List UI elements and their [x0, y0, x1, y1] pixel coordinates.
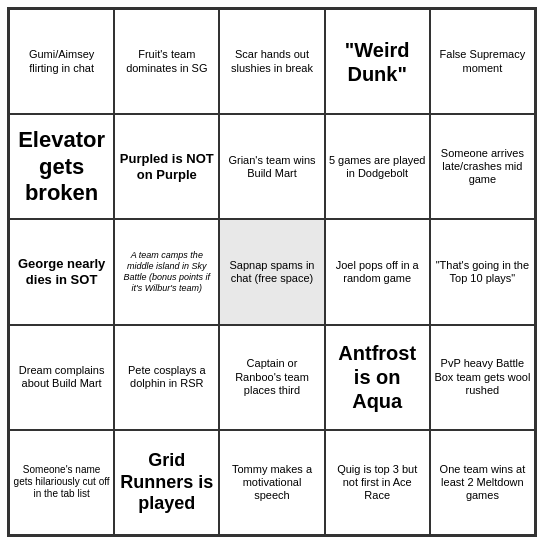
- cell-r0c3: "Weird Dunk": [325, 9, 430, 114]
- cell-r1c0: Elevator gets broken: [9, 114, 114, 219]
- cell-r1c3: 5 games are played in Dodgebolt: [325, 114, 430, 219]
- cell-r4c4: One team wins at least 2 Meltdown games: [430, 430, 535, 535]
- cell-r0c0: Gumi/Aimsey flirting in chat: [9, 9, 114, 114]
- cell-r1c1: Purpled is NOT on Purple: [114, 114, 219, 219]
- cell-r1c2: Grian's team wins Build Mart: [219, 114, 324, 219]
- cell-r0c1: Fruit's team dominates in SG: [114, 9, 219, 114]
- cell-r2c2-freespace: Sapnap spams in chat (free space): [219, 219, 324, 324]
- cell-r1c4: Someone arrives late/crashes mid game: [430, 114, 535, 219]
- cell-r3c0: Dream complains about Build Mart: [9, 325, 114, 430]
- cell-r0c2: Scar hands out slushies in break: [219, 9, 324, 114]
- cell-r2c0: George nearly dies in SOT: [9, 219, 114, 324]
- cell-r2c1: A team camps the middle island in Sky Ba…: [114, 219, 219, 324]
- cell-r3c1: Pete cosplays a dolphin in RSR: [114, 325, 219, 430]
- bingo-board: Gumi/Aimsey flirting in chat Fruit's tea…: [7, 7, 537, 537]
- cell-r2c3: Joel pops off in a random game: [325, 219, 430, 324]
- cell-r4c0: Someone's name gets hilariously cut off …: [9, 430, 114, 535]
- cell-r4c2: Tommy makes a motivational speech: [219, 430, 324, 535]
- cell-r4c3: Quig is top 3 but not first in Ace Race: [325, 430, 430, 535]
- cell-r3c4: PvP heavy Battle Box team gets wool rush…: [430, 325, 535, 430]
- cell-r4c1: Grid Runners is played: [114, 430, 219, 535]
- cell-r3c2: Captain or Ranboo's team places third: [219, 325, 324, 430]
- cell-r0c4: False Supremacy moment: [430, 9, 535, 114]
- cell-r3c3: Antfrost is on Aqua: [325, 325, 430, 430]
- cell-r2c4: "That's going in the Top 10 plays": [430, 219, 535, 324]
